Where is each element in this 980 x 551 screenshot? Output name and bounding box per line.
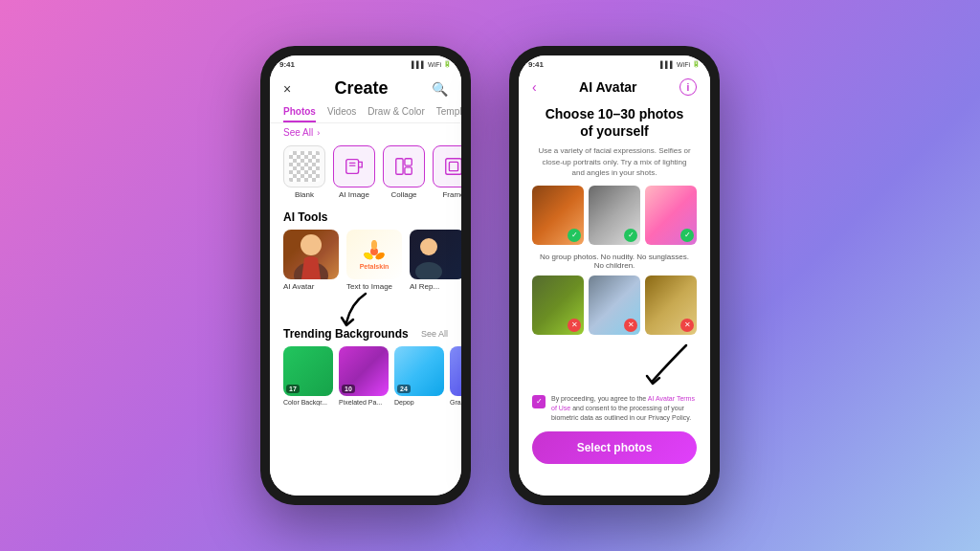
good-photo-2[interactable]: ✓ xyxy=(589,186,640,245)
ai-avatar-title: AI Avatar xyxy=(579,79,636,95)
search-icon[interactable]: 🔍 xyxy=(432,81,448,97)
good-photos-grid: ✓ ✓ ✓ xyxy=(519,186,710,251)
choose-subtitle: Use a variety of facial expressions. Sel… xyxy=(519,145,710,186)
select-photos-button[interactable]: Select photos xyxy=(532,431,697,464)
ai-image-icon-box xyxy=(333,145,375,187)
ai-image-svg xyxy=(344,156,365,177)
tab-templates[interactable]: Templates xyxy=(436,102,461,122)
check-icon-2: ✓ xyxy=(624,229,637,242)
status-time-2: 9:41 xyxy=(528,60,657,69)
good-photo-3[interactable]: ✓ xyxy=(645,186,697,245)
phone-ai-avatar: 9:41 ▌▌▌ WiFi 🔋 ‹ AI Avatar i Choose 10–… xyxy=(509,46,720,505)
svg-point-15 xyxy=(420,238,437,255)
see-all-link[interactable]: See All xyxy=(283,127,313,138)
bg-count-3: 24 xyxy=(397,385,411,393)
ai-tools-title: AI Tools xyxy=(283,210,327,224)
create-options-grid: Blank AI Image xyxy=(270,142,461,207)
petalskin-text: Petalskin xyxy=(360,263,390,270)
bg-item-4[interactable]: Gradi... xyxy=(450,346,461,406)
bad-photo-2[interactable]: ✕ xyxy=(589,276,640,335)
ai-tool-rep[interactable]: AI Rep... xyxy=(410,230,461,291)
svg-rect-2 xyxy=(405,159,412,165)
ai-image-label: AI Image xyxy=(339,190,369,199)
ai-avatar-label: AI Avatar xyxy=(283,282,339,291)
info-button[interactable]: i xyxy=(679,78,697,96)
ai-tool-text-image[interactable]: Petalskin Text to Image xyxy=(346,230,402,291)
status-bar-1: 9:41 ▌▌▌ WiFi 🔋 xyxy=(270,55,461,71)
svg-rect-3 xyxy=(405,167,412,174)
svg-rect-4 xyxy=(446,159,461,175)
check-icon-1: ✓ xyxy=(568,229,581,242)
bad-photo-1[interactable]: ✕ xyxy=(532,276,584,335)
avatar-person-svg xyxy=(283,230,339,279)
frame-svg xyxy=(443,156,461,177)
create-item-ai-image[interactable]: AI Image xyxy=(333,145,375,199)
bg-item-1[interactable]: 17 Color Backgr... xyxy=(283,346,333,406)
see-all-row: See All › xyxy=(270,125,461,142)
flower-svg xyxy=(360,240,389,263)
bg-thumb-4 xyxy=(450,346,461,396)
collage-svg xyxy=(393,156,414,177)
frame-icon-box xyxy=(433,145,461,187)
wifi-icon: WiFi xyxy=(428,61,441,68)
tab-videos[interactable]: Videos xyxy=(327,102,356,122)
signal-icon: ▌▌▌ xyxy=(412,61,426,68)
tab-photos[interactable]: Photos xyxy=(283,102,316,122)
bg-thumb-3: 24 xyxy=(394,346,444,396)
create-item-frame[interactable]: Frame xyxy=(433,145,461,199)
collage-label: Collage xyxy=(390,190,416,199)
svg-rect-0 xyxy=(346,160,359,174)
choose-title: Choose 10–30 photos of yourself xyxy=(519,101,710,145)
create-item-collage[interactable]: Collage xyxy=(383,145,425,199)
bg-label-1: Color Backgr... xyxy=(283,399,333,406)
bg-thumb-2: 10 xyxy=(339,346,389,396)
wifi-icon-2: WiFi xyxy=(677,61,690,68)
good-photo-1[interactable]: ✓ xyxy=(532,186,584,245)
rep-svg xyxy=(410,230,461,279)
bg-count-2: 10 xyxy=(342,385,355,393)
close-icon[interactable]: × xyxy=(283,81,291,97)
ai-avatar-thumb xyxy=(283,230,339,279)
bad-photos-grid: ✕ ✕ ✕ xyxy=(519,276,710,341)
rule-text: No group photos. No nudity. No sunglasse… xyxy=(519,251,710,276)
svg-point-16 xyxy=(415,262,442,279)
consent-text: By proceeding, you agree to the AI Avata… xyxy=(551,394,697,422)
arrow-annotation-2-svg xyxy=(634,341,691,388)
create-screen-content: × Create 🔍 Photos Videos Draw & Color Te… xyxy=(270,71,461,496)
bg-item-2[interactable]: 10 Pixelated Pa... xyxy=(339,346,389,406)
create-header: × Create 🔍 xyxy=(270,71,461,102)
x-icon-3: ✕ xyxy=(680,319,694,332)
bg-label-2: Pixelated Pa... xyxy=(339,399,389,406)
tabs-row: Photos Videos Draw & Color Templates xyxy=(270,102,461,123)
create-title: Create xyxy=(335,78,389,99)
arrow2-container xyxy=(519,341,710,388)
create-item-blank[interactable]: Blank xyxy=(283,145,325,199)
bg-item-3[interactable]: 24 Depop xyxy=(394,346,444,406)
svg-rect-5 xyxy=(449,162,457,170)
frame-label: Frame xyxy=(442,190,461,199)
consent-row: ✓ By proceeding, you agree to the AI Ava… xyxy=(519,388,710,430)
rep-thumb xyxy=(410,230,461,279)
chevron-right-icon: › xyxy=(317,128,320,138)
bad-photo-3[interactable]: ✕ xyxy=(645,276,697,335)
ai-rep-label: AI Rep... xyxy=(410,282,461,291)
battery-icon-2: 🔋 xyxy=(692,60,701,68)
arrow-annotation-svg xyxy=(332,289,380,327)
ai-avatar-header: ‹ AI Avatar i xyxy=(519,71,710,101)
checker-pattern xyxy=(289,151,320,182)
collage-icon-box xyxy=(383,145,425,187)
tab-draw-color[interactable]: Draw & Color xyxy=(368,102,424,122)
ai-tools-header: AI Tools xyxy=(270,207,461,230)
signal-icon-2: ▌▌▌ xyxy=(660,61,675,68)
arrow-container xyxy=(270,298,461,331)
blank-label: Blank xyxy=(295,190,314,199)
ai-tool-avatar[interactable]: AI Avatar xyxy=(283,230,339,291)
consent-checkbox[interactable]: ✓ xyxy=(532,395,546,408)
battery-icon: 🔋 xyxy=(443,60,452,68)
ai-avatar-screen-content: ‹ AI Avatar i Choose 10–30 photos of you… xyxy=(519,71,710,496)
bg-label-4: Gradi... xyxy=(450,399,461,406)
back-button[interactable]: ‹ xyxy=(532,79,537,95)
phone-create: 9:41 ▌▌▌ WiFi 🔋 × Create 🔍 Photos Videos… xyxy=(260,46,471,505)
status-time: 9:41 xyxy=(279,60,409,69)
bg-label-3: Depop xyxy=(394,399,444,406)
